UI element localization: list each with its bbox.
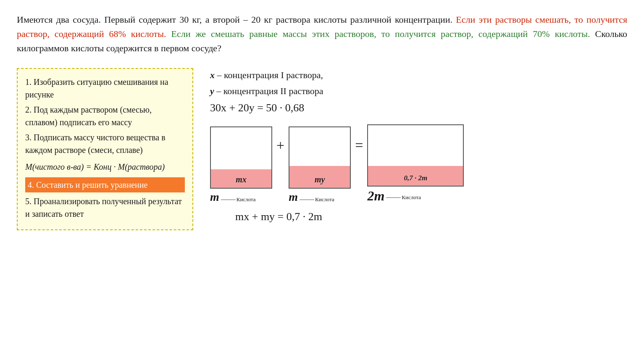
vessel2-liquid: my xyxy=(289,166,350,188)
vessel2-ak-horiz xyxy=(300,200,314,200)
step4-text: 4. Составить и решить уравнение xyxy=(25,177,185,192)
var-y-desc: – концентрация II раствора xyxy=(216,86,323,96)
vessel2-ak-line: Кислота xyxy=(300,190,334,203)
vessel1-below: m Кислота xyxy=(210,190,272,204)
left-steps-box: 1. Изобразить ситуацию смешивания на рис… xyxy=(17,68,193,230)
vessel3-below: 2m Кислота xyxy=(367,188,464,204)
vessel3-liquid-label: 0,7 · 2m xyxy=(404,174,428,182)
content-area: 1. Изобразить ситуацию смешивания на рис… xyxy=(17,68,627,230)
var-x-symbol: x xyxy=(210,70,215,80)
var-y-symbol: y xyxy=(210,86,214,96)
vessel2-mass: m xyxy=(289,190,298,204)
var-x-line: x – концентрация I раствора, xyxy=(210,68,627,82)
main-text-block: Имеются два сосуда. Первый содержит 30 к… xyxy=(17,13,627,55)
var-y-line: y – концентрация II раствора xyxy=(210,84,627,98)
vessel3-liquid: 0,7 · 2m xyxy=(368,166,463,186)
vessel2-col: my m Кислота xyxy=(289,126,351,204)
vessel1-ak-line: Кислота xyxy=(221,190,256,203)
vessel3-ak-horiz xyxy=(386,197,401,198)
vessel3: 0,7 · 2m xyxy=(367,124,464,187)
step5-text: 5. Проанализировать полученный результат… xyxy=(25,195,185,220)
text-part1: Имеются два сосуда. Первый содержит 30 к… xyxy=(17,14,452,25)
var-x-desc: – концентрация I раствора, xyxy=(217,70,323,80)
vessel2-arrow-kislota: Кислота xyxy=(300,190,334,203)
vessel1-arrow-kislota: Кислота xyxy=(221,190,256,203)
diagram-section: mx m Кислота + xyxy=(210,124,627,223)
vessel3-kislota: Кислота xyxy=(402,194,421,201)
vessel2-liquid-label: my xyxy=(315,175,325,184)
vessel1: mx xyxy=(210,126,272,189)
vessel1-mass: m xyxy=(210,190,219,204)
vessel1-kislota: Кислота xyxy=(237,196,256,203)
step3-text: 3. Подписать массу чистого вещества в ка… xyxy=(25,131,185,156)
equation-1: 30x + 20y = 50 · 0,68 xyxy=(210,102,627,114)
right-area: x – концентрация I раствора, y – концент… xyxy=(210,68,627,223)
step1-text: 1. Изобразить ситуацию смешивания на рис… xyxy=(25,76,185,101)
vessel3-col: 0,7 · 2m 2m Кислота xyxy=(367,124,464,204)
vessels-row: mx m Кислота + xyxy=(210,124,464,204)
vessel1-ak-horiz xyxy=(221,200,236,200)
formula-text: М(чистого в-ва) = Конц · М(раствора) xyxy=(25,160,185,173)
vessel2-kislota: Кислота xyxy=(315,196,334,203)
equation-2: mx + my = 0,7 · 2m xyxy=(235,210,322,223)
vessel3-mass: 2m xyxy=(367,188,384,204)
vessel2: my xyxy=(289,126,351,189)
text-part3-green: Если же смешать равные массы этих раство… xyxy=(171,29,590,39)
step2-text: 2. Под каждым раствором (смесью, сплавом… xyxy=(25,103,185,129)
vessel1-col: mx m Кислота xyxy=(210,126,272,204)
vessel1-liquid: mx xyxy=(211,169,271,188)
equals-operator: = xyxy=(355,137,363,191)
vessel3-arrow-kislota: Кислота xyxy=(386,188,421,201)
vessel1-liquid-label: mx xyxy=(236,175,247,184)
vessel3-ak-line: Кислота xyxy=(386,188,421,201)
plus-operator: + xyxy=(276,137,284,191)
vessel2-below: m Кислота xyxy=(289,190,351,204)
